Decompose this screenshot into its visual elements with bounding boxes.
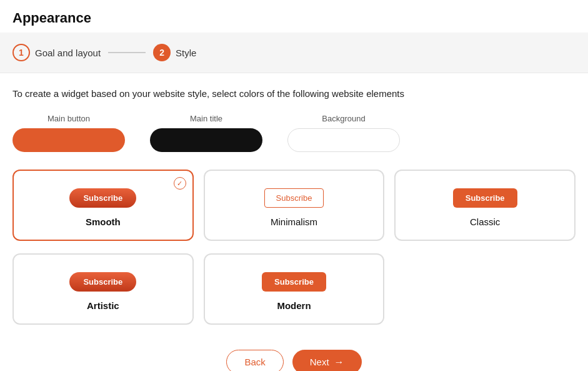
footer-actions: Back Next →	[12, 343, 576, 371]
next-arrow-icon: →	[334, 357, 344, 368]
main-content: To create a widget based on your website…	[0, 73, 588, 371]
classic-subscribe-button[interactable]: Subscribe	[453, 188, 517, 208]
themes-row-2: Subscribe Artistic Subscribe Modern	[12, 253, 576, 325]
next-label: Next	[310, 357, 329, 367]
page-header: Appearance	[0, 0, 588, 33]
main-button-swatch[interactable]	[12, 128, 125, 152]
background-swatch[interactable]	[287, 128, 400, 152]
modern-subscribe-button[interactable]: Subscribe	[262, 272, 326, 292]
smooth-theme-name: Smooth	[86, 216, 121, 227]
background-label: Background	[322, 114, 365, 123]
theme-card-classic[interactable]: Subscribe Classic	[394, 170, 576, 241]
theme-card-artistic[interactable]: Subscribe Artistic	[12, 253, 194, 325]
minimalism-theme-name: Minimalism	[271, 216, 317, 227]
step-1-circle: 1	[12, 44, 30, 61]
modern-theme-name: Modern	[277, 300, 311, 311]
step-1-label: Goal and layout	[35, 48, 101, 58]
next-button[interactable]: Next →	[292, 350, 362, 371]
step-1[interactable]: 1 Goal and layout	[12, 44, 101, 61]
page-title: Appearance	[12, 10, 576, 26]
artistic-theme-name: Artistic	[87, 300, 119, 311]
theme-card-modern[interactable]: Subscribe Modern	[204, 253, 385, 325]
main-button-picker-group: Main button	[12, 114, 125, 152]
step-2[interactable]: 2 Style	[153, 44, 196, 61]
themes-row-1: ✓ Subscribe Smooth Subscribe Minimalism …	[12, 170, 576, 241]
smooth-subscribe-button[interactable]: Subscribe	[69, 188, 136, 208]
theme-card-smooth[interactable]: ✓ Subscribe Smooth	[12, 170, 194, 241]
stepper-bar: 1 Goal and layout 2 Style	[0, 33, 588, 73]
background-picker-group: Background	[287, 114, 400, 152]
main-title-swatch[interactable]	[150, 128, 262, 152]
main-title-picker-group: Main title	[150, 114, 262, 152]
theme-card-minimalism[interactable]: Subscribe Minimalism	[204, 170, 385, 241]
main-title-label: Main title	[190, 114, 222, 123]
step-2-label: Style	[176, 48, 196, 58]
step-2-circle: 2	[153, 44, 171, 61]
back-button[interactable]: Back	[226, 350, 283, 371]
classic-theme-name: Classic	[470, 216, 500, 227]
artistic-subscribe-button[interactable]: Subscribe	[69, 272, 136, 292]
main-button-label: Main button	[47, 114, 90, 123]
color-pickers-row: Main button Main title Background	[12, 114, 576, 152]
step-connector	[108, 52, 146, 53]
instruction-text: To create a widget based on your website…	[12, 88, 576, 99]
minimalism-subscribe-button[interactable]: Subscribe	[264, 188, 324, 208]
check-icon-smooth: ✓	[174, 177, 186, 190]
